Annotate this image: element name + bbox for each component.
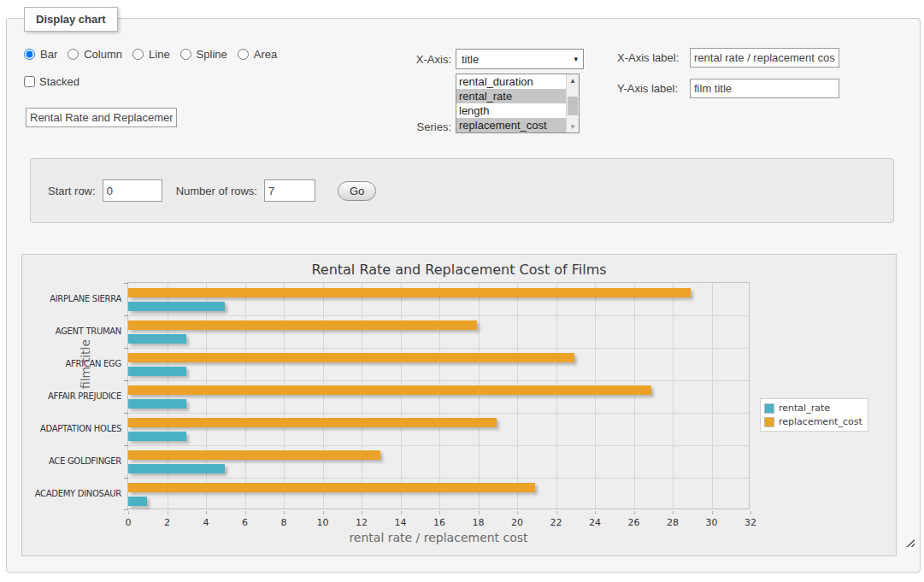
x-axis-title: rental rate / replacement cost xyxy=(127,531,750,544)
series-option-rental_rate[interactable]: rental_rate xyxy=(456,89,566,103)
x-axis-select[interactable]: title ▾ xyxy=(456,49,584,69)
series-option-rental_duration[interactable]: rental_duration xyxy=(456,74,566,89)
chart-type-label: Line xyxy=(149,48,170,61)
y-tick-mark xyxy=(124,478,128,479)
x-tick-mark xyxy=(712,511,713,514)
x-tick-label: 30 xyxy=(695,517,729,528)
gridline-vertical xyxy=(673,283,674,509)
chart-type-radio-spline[interactable] xyxy=(180,49,191,60)
gridline-vertical xyxy=(634,283,635,509)
x-tick-mark xyxy=(556,511,557,514)
gridline-horizontal xyxy=(128,478,749,479)
chart-type-radio-area[interactable] xyxy=(238,49,249,60)
x-tick-label: 24 xyxy=(578,517,612,528)
start-row-input[interactable] xyxy=(103,179,162,202)
plot-area: AIRPLANE SIERRAAGENT TRUMANAFRICAN EGGAF… xyxy=(127,282,750,509)
legend-item: rental_rate xyxy=(764,403,862,414)
x-tick-label: 20 xyxy=(500,517,534,528)
bar-replacement_cost xyxy=(128,320,477,330)
x-tick-mark xyxy=(634,511,635,514)
y-tick-mark xyxy=(124,348,128,349)
y-axis-label-label: Y-Axis label: xyxy=(617,82,678,95)
category-label: ADAPTATION HOLES xyxy=(19,424,121,433)
x-tick-label: 28 xyxy=(656,517,690,528)
x-tick-mark xyxy=(517,511,518,514)
x-axis-label-label: X-Axis label: xyxy=(617,51,679,64)
x-tick-mark xyxy=(284,511,285,514)
legend-label: replacement_cost xyxy=(779,416,862,427)
scrollbar-thumb[interactable] xyxy=(568,97,578,115)
x-tick-label: 8 xyxy=(267,517,301,528)
chart-panel: Rental Rate and Replacement Cost of Film… xyxy=(21,254,897,556)
x-tick-mark xyxy=(323,511,324,514)
bar-rental_rate xyxy=(128,367,186,376)
category-label: ACE GOLDFINGER xyxy=(19,456,121,466)
x-tick-label: 22 xyxy=(539,517,574,528)
go-button[interactable]: Go xyxy=(338,181,376,201)
gridline-vertical xyxy=(362,283,362,509)
y-tick-mark xyxy=(124,380,128,381)
category-label: ACADEMY DINOSAUR xyxy=(19,489,121,498)
chevron-down-icon: ▾ xyxy=(574,55,578,63)
x-tick-label: 14 xyxy=(384,517,418,528)
x-axis-select-label: X-Axis: xyxy=(389,53,451,66)
chart-title-input[interactable] xyxy=(26,108,177,127)
gridline-vertical xyxy=(439,283,440,509)
category-label: AFRICAN EGG xyxy=(19,359,121,368)
chart-type-label: Column xyxy=(84,48,122,61)
x-tick-mark xyxy=(206,511,207,514)
start-row-label: Start row: xyxy=(48,185,96,197)
scroll-up-icon[interactable]: ▲ xyxy=(567,74,579,86)
stacked-row: Stacked xyxy=(24,75,79,88)
bar-rental_rate xyxy=(128,399,186,409)
chart-legend: rental_ratereplacement_cost xyxy=(760,398,868,432)
row-range-panel: Start row: Number of rows: Go xyxy=(30,158,894,223)
gridline-horizontal xyxy=(128,380,749,381)
y-axis-title: film title xyxy=(79,313,92,415)
category-label: AGENT TRUMAN xyxy=(19,326,121,336)
gridline-vertical xyxy=(556,283,557,509)
x-axis-label-input[interactable] xyxy=(690,48,839,68)
stacked-checkbox[interactable] xyxy=(24,76,35,87)
x-tick-label: 4 xyxy=(189,517,223,528)
x-tick-label: 18 xyxy=(462,517,496,528)
x-tick-mark xyxy=(401,511,402,514)
chart-type-label: Area xyxy=(254,48,277,61)
scrollbar-track[interactable] xyxy=(567,86,579,121)
y-axis-label-input[interactable] xyxy=(690,79,839,98)
series-listbox[interactable]: rental_durationrental_ratelengthreplacem… xyxy=(456,73,580,133)
scroll-down-icon[interactable]: ▼ xyxy=(567,121,579,132)
bar-replacement_cost xyxy=(128,418,497,427)
gridline-vertical xyxy=(284,283,285,509)
row-range-controls: Start row: Number of rows: Go xyxy=(48,179,376,202)
y-tick-mark xyxy=(124,445,128,446)
bar-replacement_cost xyxy=(128,385,651,395)
category-label: AIRPLANE SIERRA xyxy=(19,294,121,303)
x-tick-label: 26 xyxy=(617,517,651,528)
x-axis-selected-value: title xyxy=(462,53,479,66)
series-option-length[interactable]: length xyxy=(456,103,566,118)
gridline-horizontal xyxy=(128,315,749,316)
series-label: Series: xyxy=(412,121,451,133)
chart-type-label: Spline xyxy=(197,48,227,61)
x-tick-mark xyxy=(479,511,480,514)
chart-type-radio-bar[interactable] xyxy=(24,49,35,60)
series-scrollbar[interactable]: ▲ ▼ xyxy=(566,74,579,132)
y-tick-mark xyxy=(124,509,128,510)
chart-type-radio-line[interactable] xyxy=(132,49,144,60)
bar-rental_rate xyxy=(128,302,225,311)
series-options: rental_durationrental_ratelengthreplacem… xyxy=(456,74,566,132)
num-rows-input[interactable] xyxy=(264,179,315,202)
gridline-vertical xyxy=(712,283,713,509)
chart-title: Rental Rate and Replacement Cost of Film… xyxy=(22,262,896,278)
legend-label: rental_rate xyxy=(779,403,830,414)
x-tick-mark xyxy=(439,511,440,514)
gridline-horizontal xyxy=(128,413,749,414)
x-tick-mark xyxy=(245,511,246,514)
bar-replacement_cost xyxy=(128,353,574,362)
chart-type-radio-column[interactable] xyxy=(68,49,79,60)
chart-type-label: Bar xyxy=(40,48,57,61)
series-option-replacement_cost[interactable]: replacement_cost xyxy=(456,118,566,132)
bar-replacement_cost xyxy=(128,288,691,297)
x-tick-mark xyxy=(168,511,168,514)
